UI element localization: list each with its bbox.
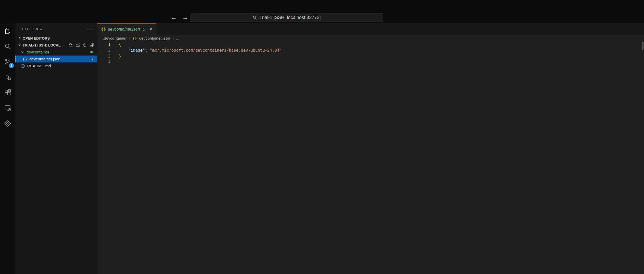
code-line-4[interactable]: 4 (97, 59, 644, 65)
new-folder-icon[interactable] (75, 43, 80, 47)
code-token: } (119, 54, 121, 59)
workspace-label: TRIAL-1 [SSH: LOCAL... (23, 43, 63, 47)
code-token: "image" (128, 48, 145, 53)
sidebar-header: EXPLORER ⋯ (15, 23, 97, 35)
close-icon[interactable] (149, 27, 153, 31)
refresh-icon[interactable] (82, 43, 87, 47)
activity-bar: 1 (0, 23, 15, 274)
line-number[interactable]: 2 (97, 48, 110, 53)
title-bar: ← → Trial-1 [SSH: localhost:32772] (0, 0, 644, 23)
command-center[interactable]: Trial-1 [SSH: localhost:32772] (190, 13, 383, 22)
code-line-text[interactable]: } (110, 53, 644, 59)
code-token: "mcr.microsoft.com/devcontainers/base:de… (150, 48, 281, 53)
remote-explorer-icon (4, 104, 11, 112)
overview-ruler-mark (642, 42, 643, 50)
open-editors-section[interactable]: OPEN EDITORS (15, 35, 97, 42)
json-file-icon: {} (23, 57, 27, 61)
breadcrumb-separator-icon: › (129, 36, 130, 41)
search-icon (253, 15, 257, 20)
tree-item-readme[interactable]: README.md (15, 62, 97, 69)
tab-bar: {} devcontainer.json U (97, 23, 644, 35)
breadcrumb-symbol[interactable]: ... (176, 36, 179, 41)
activity-item-extensions[interactable] (0, 85, 15, 100)
code-token: { (119, 42, 121, 47)
code-line-text[interactable]: "image": "mcr.microsoft.com/devcontainer… (110, 48, 644, 53)
code-editor[interactable]: 1 { 2 "image": "mcr.microsoft.com/devcon… (97, 42, 644, 274)
breadcrumb-folder[interactable]: .devcontainer (103, 36, 127, 41)
editor-group: {} devcontainer.json U .devcontainer › {… (97, 23, 644, 274)
tab-git-badge: U (143, 27, 145, 31)
activity-item-remote-explorer[interactable] (0, 100, 15, 116)
git-untracked-badge: U (90, 57, 93, 61)
activity-item-source-control[interactable]: 1 (0, 54, 15, 69)
code-token: : (145, 48, 150, 53)
breadcrumb-file[interactable]: devcontainer.json (139, 36, 170, 41)
json-file-icon: {} (101, 27, 106, 32)
command-center-text: Trial-1 [SSH: localhost:32772] (259, 15, 320, 20)
activity-item-explorer[interactable] (0, 23, 15, 39)
collapse-all-icon[interactable] (89, 43, 94, 47)
breadcrumb-separator-icon: › (172, 36, 174, 41)
files-icon (4, 27, 11, 34)
workspace-section[interactable]: TRIAL-1 [SSH: LOCAL... (15, 42, 97, 49)
activity-item-search[interactable] (0, 39, 15, 54)
chevron-down-icon (17, 43, 22, 47)
tree-item-devcontainer-json[interactable]: {} devcontainer.json U (15, 56, 97, 62)
search-icon (4, 43, 11, 50)
line-number[interactable]: 4 (97, 59, 110, 65)
sidebar-title: EXPLORER (22, 27, 42, 31)
line-number[interactable]: 1 (97, 42, 110, 48)
json-file-icon: {} (132, 36, 137, 40)
extensions-icon (4, 89, 11, 96)
file-label: devcontainer.json (29, 57, 60, 61)
code-token (119, 48, 128, 53)
back-icon[interactable]: ← (171, 14, 177, 21)
tab-devcontainer-json[interactable]: {} devcontainer.json U (97, 23, 156, 35)
scm-badge: 1 (9, 63, 14, 68)
breadcrumb: .devcontainer › {} devcontainer.json › .… (97, 35, 644, 42)
folder-label: .devcontainer (25, 50, 49, 54)
line-number[interactable]: 3 (97, 53, 110, 59)
open-editors-label: OPEN EDITORS (23, 36, 50, 40)
explorer-actions (69, 43, 97, 47)
git-modified-dot (90, 51, 93, 53)
code-line-text[interactable] (110, 59, 644, 65)
history-nav: ← → (171, 12, 188, 23)
code-line-2[interactable]: 2 "image": "mcr.microsoft.com/devcontain… (97, 48, 644, 53)
markdown-file-icon (21, 64, 25, 68)
explorer-sidebar: EXPLORER ⋯ OPEN EDITORS TRIAL-1 [SSH: LO… (15, 23, 97, 274)
tree-item-devcontainer-folder[interactable]: .devcontainer (15, 49, 97, 56)
code-line-text[interactable]: { (110, 42, 644, 48)
vscode-window: ← → Trial-1 [SSH: localhost:32772] (0, 0, 644, 274)
code-line-1[interactable]: 1 { (97, 42, 644, 48)
workbench: 1 (0, 23, 644, 274)
new-file-icon[interactable] (69, 43, 73, 47)
run-debug-icon (4, 74, 11, 81)
activity-item-run-debug[interactable] (0, 69, 15, 85)
activity-item-containers[interactable] (0, 116, 15, 131)
code-line-3[interactable]: 3 } (97, 53, 644, 59)
tab-label: devcontainer.json (108, 27, 140, 32)
chevron-right-icon (17, 36, 22, 40)
chevron-down-icon (20, 50, 24, 54)
diamond-grid-icon (4, 120, 11, 127)
forward-icon[interactable]: → (182, 14, 188, 21)
file-label: README.md (27, 64, 51, 68)
